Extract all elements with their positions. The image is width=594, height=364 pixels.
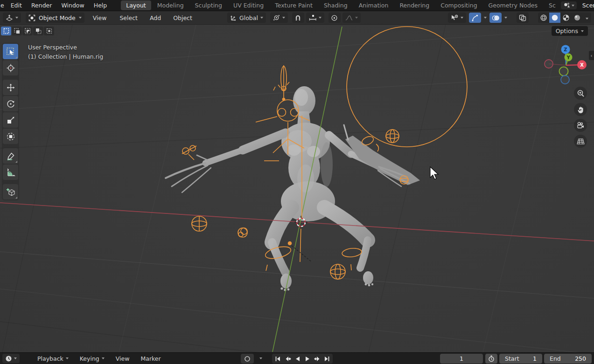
camera-view-button[interactable] [574, 119, 587, 132]
menu-object[interactable]: Object [169, 14, 196, 21]
solid-icon [551, 14, 559, 21]
scene-icon [563, 2, 570, 8]
tab-shading[interactable]: Shading [319, 0, 353, 10]
shading-rendered-button[interactable] [572, 13, 583, 23]
timeline-editor-type-button[interactable] [2, 354, 20, 363]
tool-cursor[interactable] [3, 60, 18, 76]
tab-layout[interactable]: Layout [121, 0, 151, 10]
tab-rendering[interactable]: Rendering [394, 0, 434, 10]
rig-left-foot-trackball[interactable] [192, 216, 207, 231]
frame-end-field[interactable]: End 250 [544, 354, 592, 364]
orientation-selector[interactable]: Global [227, 13, 266, 23]
tool-select-box[interactable] [3, 44, 18, 59]
prev-keyframe-button[interactable] [283, 354, 293, 364]
menu-keying[interactable]: Keying [75, 355, 109, 362]
visibility-dropdown[interactable] [448, 13, 466, 23]
ortho-toggle-button[interactable] [574, 135, 587, 148]
magnet-icon [294, 14, 301, 21]
menu-add[interactable]: Add [146, 14, 165, 21]
select-mode-new[interactable] [1, 27, 11, 35]
rig-knot-control[interactable] [238, 228, 247, 237]
pivot-point-selector[interactable] [270, 13, 288, 23]
tab-animation[interactable]: Animation [354, 0, 394, 10]
timeline: Playback Keying View Marker 1 Start 1 En… [0, 352, 594, 364]
shading-material-button[interactable] [560, 13, 572, 23]
snap-toggle[interactable] [292, 13, 304, 23]
shading-wireframe-button[interactable] [538, 13, 549, 23]
current-frame-field[interactable]: 1 [440, 354, 483, 364]
snap-with-selector[interactable] [306, 13, 324, 23]
tool-transform[interactable] [3, 129, 18, 144]
zoom-button[interactable] [574, 87, 587, 100]
navigation-gizmo[interactable]: Z Y X [541, 42, 593, 89]
viewport-3d[interactable]: Options User Perspective (1) Collection … [0, 25, 594, 352]
tool-rotate[interactable] [3, 96, 18, 111]
menu-select[interactable]: Select [116, 14, 141, 21]
rig-dot[interactable] [288, 242, 292, 245]
sidebar-toggle[interactable]: ‹ [589, 51, 594, 60]
scene-name[interactable]: Scene [580, 2, 594, 9]
human-mesh[interactable] [166, 86, 420, 291]
show-overlays-toggle[interactable] [489, 13, 502, 23]
jump-to-start-button[interactable] [273, 354, 283, 364]
overlays-dropdown-chevron[interactable] [504, 17, 507, 19]
frame-start-field[interactable]: Start 1 [499, 354, 542, 364]
tool-annotate[interactable] [3, 148, 18, 164]
rig-tick-left[interactable] [266, 265, 267, 271]
rig-spine-top-control[interactable] [273, 65, 289, 101]
menu-playback[interactable]: Playback [33, 355, 73, 362]
options-button[interactable]: Options [552, 26, 588, 36]
tab-texture-paint[interactable]: Texture Paint [270, 0, 318, 10]
browse-scene-button[interactable] [561, 1, 577, 9]
tool-measure[interactable] [3, 165, 18, 180]
menu-window[interactable]: Window [56, 2, 89, 9]
auto-keying-toggle[interactable] [241, 354, 254, 364]
file-menu-partial[interactable]: e [0, 2, 6, 9]
menu-render[interactable]: Render [27, 2, 57, 9]
rig-small-arc[interactable] [376, 144, 378, 151]
rig-right-elbow-trackball[interactable] [386, 130, 399, 143]
tool-move[interactable] [3, 80, 18, 95]
gizmo-axis-negz[interactable] [561, 76, 569, 84]
rig-tick-right[interactable] [351, 264, 351, 270]
tab-modeling[interactable]: Modeling [152, 0, 189, 10]
menu-marker[interactable]: Marker [136, 355, 165, 362]
menu-view[interactable]: View [89, 14, 111, 21]
tab-geometry-nodes[interactable]: Geometry Nodes [483, 0, 543, 10]
menu-view-timeline[interactable]: View [111, 355, 134, 362]
proportional-editing-toggle[interactable] [328, 13, 341, 23]
show-gizmo-toggle[interactable] [469, 13, 481, 23]
select-mode-invert[interactable] [33, 27, 43, 35]
play-reverse-button[interactable] [293, 354, 302, 364]
play-button[interactable] [302, 354, 312, 364]
shading-solid-button[interactable] [549, 13, 560, 23]
select-mode-extend[interactable] [12, 27, 22, 35]
rig-left-hand-control[interactable] [182, 145, 196, 160]
tab-sculpting[interactable]: Sculpting [190, 0, 227, 10]
select-mode-intersect[interactable] [44, 27, 54, 35]
tool-scale[interactable] [3, 112, 18, 128]
menu-help[interactable]: Help [89, 2, 112, 9]
select-mode-subtract[interactable] [22, 27, 33, 35]
pan-button[interactable] [574, 103, 587, 116]
preview-range-toggle[interactable] [485, 354, 497, 364]
rig-right-foot-trackball[interactable] [330, 264, 345, 279]
tab-uv-editing[interactable]: UV Editing [228, 0, 269, 10]
menu-edit[interactable]: Edit [6, 2, 27, 9]
gizmo-dropdown-chevron[interactable] [484, 17, 487, 19]
tab-scripting-partial[interactable]: Sc [544, 0, 561, 10]
gizmo-axis-negy[interactable] [559, 67, 568, 76]
gizmo-axis-negx[interactable] [545, 60, 553, 68]
shading-dropdown-chevron[interactable] [586, 18, 588, 20]
rig-root-circle[interactable] [347, 27, 467, 147]
next-keyframe-button[interactable] [312, 354, 322, 364]
mode-selector[interactable]: Object Mode [26, 13, 84, 23]
xray-toggle[interactable] [517, 13, 529, 23]
tool-add-cube[interactable] [3, 184, 18, 199]
editor-type-button[interactable] [3, 13, 21, 23]
tab-compositing[interactable]: Compositing [435, 0, 482, 10]
jump-to-end-button[interactable] [322, 354, 332, 364]
rig-right-shin-circle[interactable] [342, 247, 362, 258]
auto-key-dropdown-chevron[interactable] [259, 357, 262, 359]
falloff-selector[interactable] [342, 13, 361, 23]
